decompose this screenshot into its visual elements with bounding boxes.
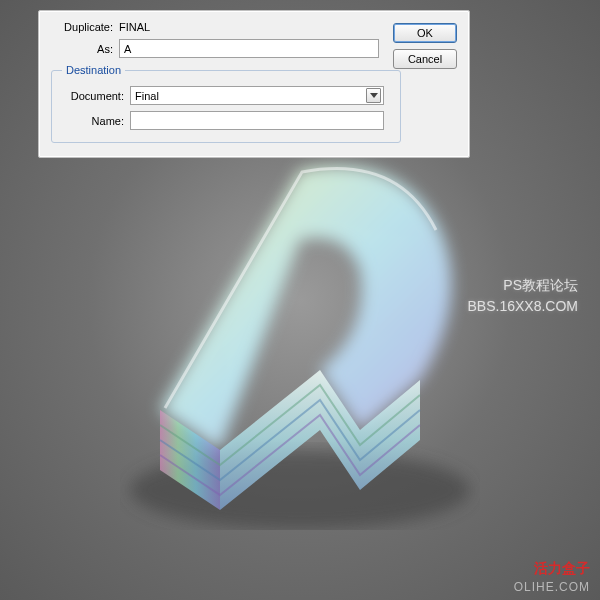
duplicate-label: Duplicate:	[51, 21, 119, 33]
document-select-value: Final	[135, 90, 159, 102]
destination-legend: Destination	[62, 64, 125, 76]
ok-button[interactable]: OK	[393, 23, 457, 43]
chevron-down-icon	[366, 88, 381, 103]
watermark-url: OLIHE.COM	[514, 580, 590, 594]
cancel-button[interactable]: Cancel	[393, 49, 457, 69]
duplicate-value: FINAL	[119, 21, 150, 33]
document-label: Document:	[62, 90, 130, 102]
svg-point-0	[130, 450, 470, 530]
watermark-line1: PS教程论坛	[468, 275, 579, 296]
destination-fieldset: Destination Document: Final Name:	[51, 64, 401, 143]
background-3d-artwork	[120, 150, 480, 530]
document-select[interactable]: Final	[130, 86, 384, 105]
watermark-forum: PS教程论坛 BBS.16XX8.COM	[468, 275, 579, 317]
watermark-brand: 活力盒子	[534, 560, 590, 578]
as-input[interactable]	[119, 39, 379, 58]
duplicate-dialog: Duplicate: FINAL As: Destination Documen…	[38, 10, 470, 158]
as-label: As:	[51, 43, 119, 55]
watermark-line2: BBS.16XX8.COM	[468, 296, 579, 317]
name-label: Name:	[62, 115, 130, 127]
name-input[interactable]	[130, 111, 384, 130]
